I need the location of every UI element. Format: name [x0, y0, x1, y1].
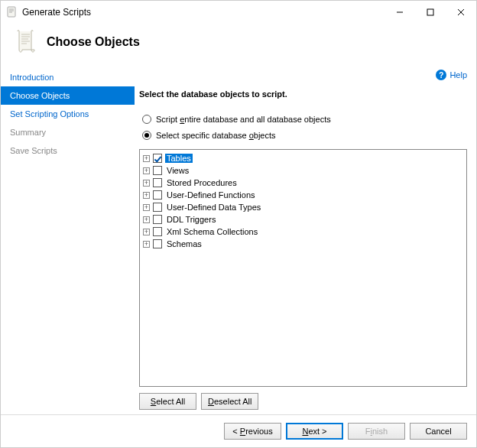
next-button[interactable]: Next > [286, 423, 343, 440]
previous-button[interactable]: < Previous [224, 423, 281, 440]
wizard-icon [11, 28, 39, 56]
tree-node[interactable]: +Xml Schema Collections [141, 226, 465, 238]
maximize-button[interactable] [415, 1, 446, 24]
minimize-button[interactable] [385, 1, 415, 24]
header: Choose Objects [1, 24, 476, 65]
tree-node[interactable]: +Schemas [141, 238, 465, 250]
help-icon: ? [436, 70, 446, 80]
cancel-button[interactable]: Cancel [410, 423, 467, 440]
tree-checkbox[interactable] [153, 215, 162, 224]
instruction-text: Select the database objects to script. [139, 89, 467, 99]
sidebar-item-choose-objects[interactable]: Choose Objects [1, 86, 135, 105]
footer: < Previous Next > Finish Cancel [1, 414, 476, 447]
help-link[interactable]: ? Help [436, 70, 467, 80]
tree-node-label[interactable]: Views [165, 166, 190, 175]
titlebar: Generate Scripts [1, 1, 476, 24]
tree-node-label[interactable]: Tables [165, 154, 193, 163]
tree-checkbox[interactable] [153, 239, 162, 248]
page-title: Choose Objects [47, 35, 140, 49]
close-button[interactable] [446, 1, 476, 24]
tree-checkbox[interactable] [153, 227, 162, 236]
tree-node-label[interactable]: DDL Triggers [165, 215, 217, 224]
radio-entire-db-input[interactable] [142, 115, 151, 124]
tree-node-label[interactable]: User-Defined Functions [165, 190, 257, 200]
select-all-button[interactable]: Select All [139, 393, 196, 410]
radio-specific-input[interactable] [142, 131, 151, 140]
tree-checkbox[interactable] [153, 154, 162, 163]
svg-rect-2 [427, 9, 433, 15]
tree-node[interactable]: +Tables [141, 152, 465, 164]
expand-icon[interactable]: + [143, 229, 150, 235]
window-buttons [385, 1, 476, 24]
object-tree[interactable]: +Tables+Views+Stored Procedures+User-Def… [139, 149, 467, 387]
tree-node[interactable]: +Stored Procedures [141, 177, 465, 189]
expand-icon[interactable]: + [143, 241, 150, 248]
main-panel: ? Help Select the database objects to sc… [135, 65, 476, 414]
tree-checkbox[interactable] [153, 190, 162, 200]
tree-node[interactable]: +DDL Triggers [141, 213, 465, 226]
tree-node-label[interactable]: User-Defined Data Types [165, 203, 262, 212]
radio-entire-db-label: Script entire database and all database … [156, 115, 331, 124]
expand-icon[interactable]: + [143, 155, 150, 162]
expand-icon[interactable]: + [143, 216, 150, 223]
tree-checkbox[interactable] [153, 203, 162, 212]
radio-specific-label: Select specific database objects [156, 131, 276, 140]
expand-icon[interactable]: + [143, 204, 150, 211]
sidebar-item-set-scripting-options[interactable]: Set Scripting Options [1, 105, 135, 123]
radio-entire-db[interactable]: Script entire database and all database … [142, 115, 467, 124]
tree-checkbox[interactable] [153, 166, 162, 175]
window-title: Generate Scripts [22, 7, 91, 18]
deselect-all-button[interactable]: Deselect All [201, 393, 258, 410]
expand-icon[interactable]: + [143, 167, 150, 174]
expand-icon[interactable]: + [143, 180, 150, 187]
tree-node[interactable]: +Views [141, 164, 465, 177]
help-label: Help [449, 70, 467, 80]
svg-rect-0 [8, 7, 15, 17]
sidebar-item-introduction[interactable]: Introduction [1, 68, 135, 86]
tree-node-label[interactable]: Schemas [165, 239, 203, 248]
sidebar-item-save-scripts: Save Scripts [1, 141, 135, 160]
script-icon [5, 6, 18, 18]
tree-node[interactable]: +User-Defined Data Types [141, 201, 465, 213]
tree-node[interactable]: +User-Defined Functions [141, 189, 465, 201]
tree-node-label[interactable]: Stored Procedures [165, 178, 238, 187]
finish-button: Finish [348, 423, 405, 440]
expand-icon[interactable]: + [143, 192, 150, 199]
sidebar: IntroductionChoose ObjectsSet Scripting … [1, 65, 135, 414]
tree-node-label[interactable]: Xml Schema Collections [165, 227, 259, 236]
sidebar-item-summary: Summary [1, 123, 135, 141]
radio-specific[interactable]: Select specific database objects [142, 131, 467, 140]
tree-checkbox[interactable] [153, 178, 162, 187]
